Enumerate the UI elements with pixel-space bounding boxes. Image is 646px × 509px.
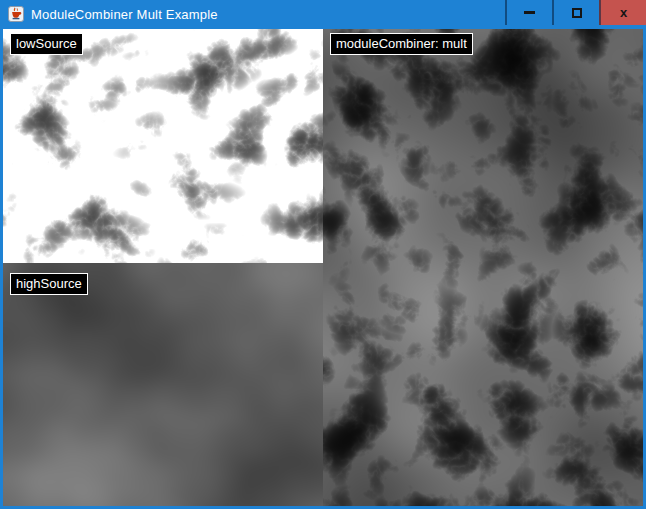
minimize-button[interactable] bbox=[505, 0, 552, 25]
noise-panel-combined: moduleCombiner: mult bbox=[323, 29, 643, 506]
noise-image-lowSource bbox=[3, 29, 323, 263]
noise-image-highSource bbox=[3, 263, 323, 506]
panel-label-highSource: highSource bbox=[10, 273, 88, 295]
close-button[interactable]: x bbox=[599, 0, 646, 25]
maximize-icon bbox=[572, 8, 582, 18]
noise-image-combined bbox=[323, 29, 643, 506]
noise-panel-highSource: highSource bbox=[3, 263, 323, 506]
close-icon: x bbox=[620, 6, 627, 19]
java-coffee-cup-icon bbox=[8, 6, 24, 22]
window-title: ModuleCombiner Mult Example bbox=[31, 7, 218, 22]
titlebar[interactable]: ModuleCombiner Mult Example x bbox=[0, 0, 646, 29]
app-window: ModuleCombiner Mult Example x lowSourceh… bbox=[0, 0, 646, 509]
noise-panel-lowSource: lowSource bbox=[3, 29, 323, 263]
window-controls: x bbox=[505, 0, 646, 25]
panel-label-lowSource: lowSource bbox=[10, 33, 83, 55]
content-area: lowSourcehighSourcemoduleCombiner: mult bbox=[3, 29, 643, 506]
maximize-button[interactable] bbox=[552, 0, 599, 25]
minimize-icon bbox=[524, 11, 535, 14]
panel-label-combined: moduleCombiner: mult bbox=[330, 33, 473, 55]
